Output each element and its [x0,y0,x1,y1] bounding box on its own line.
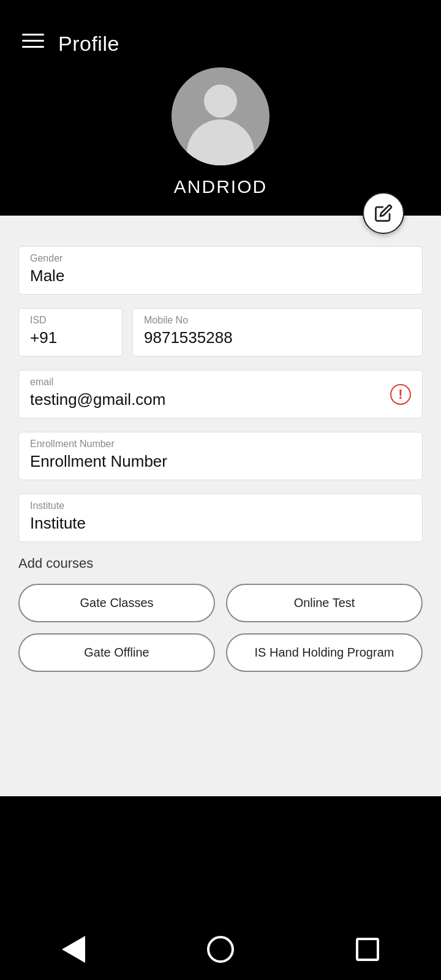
isd-label: ISD [30,315,111,326]
course-gate-offline[interactable]: Gate Offline [18,633,215,672]
username-label: ANDRIOD [174,176,267,197]
bottom-spacer [0,796,441,919]
mobile-label: Mobile No [144,315,411,326]
phone-row: ISD +91 Mobile No 9871535288 [18,308,423,356]
email-error-icon: ! [390,384,411,405]
isd-value: +91 [30,328,57,347]
course-is-hand-holding[interactable]: IS Hand Holding Program [226,633,423,672]
avatar [172,67,270,165]
mobile-value: 9871535288 [144,328,233,347]
edit-button[interactable] [363,192,404,234]
nav-home-button[interactable] [202,931,239,968]
email-value: testing@gmail.com [30,390,165,409]
form-section: Gender Male ISD +91 Mobile No 9871535288… [0,216,441,796]
enrollment-label: Enrollment Number [30,439,411,450]
course-online-test[interactable]: Online Test [226,584,423,622]
mobile-field[interactable]: Mobile No 9871535288 [132,308,423,356]
gender-field[interactable]: Gender Male [18,246,423,295]
add-courses-section: Add courses Gate Classes Online Test Gat… [18,556,423,672]
gender-label: Gender [30,253,411,264]
email-field[interactable]: email testing@gmail.com ! [18,370,423,418]
add-courses-label: Add courses [18,556,423,571]
enrollment-value: Enrollment Number [30,452,167,470]
recents-icon [356,938,379,961]
email-label: email [30,377,411,388]
home-icon [207,936,234,963]
course-gate-classes[interactable]: Gate Classes [18,584,215,622]
menu-icon[interactable] [22,34,44,48]
back-icon [62,936,85,963]
enrollment-field[interactable]: Enrollment Number Enrollment Number [18,432,423,480]
gender-value: Male [30,266,64,285]
page-title: Profile [58,32,119,56]
isd-field[interactable]: ISD +91 [18,308,123,356]
courses-grid: Gate Classes Online Test Gate Offline IS… [18,584,423,672]
institute-value: Institute [30,514,86,532]
institute-field[interactable]: Institute Institute [18,494,423,542]
nav-recents-button[interactable] [349,931,386,968]
nav-back-button[interactable] [55,931,92,968]
header-section: Profile ANDRIOD [0,0,441,216]
nav-bar [0,919,441,980]
institute-label: Institute [30,500,411,511]
